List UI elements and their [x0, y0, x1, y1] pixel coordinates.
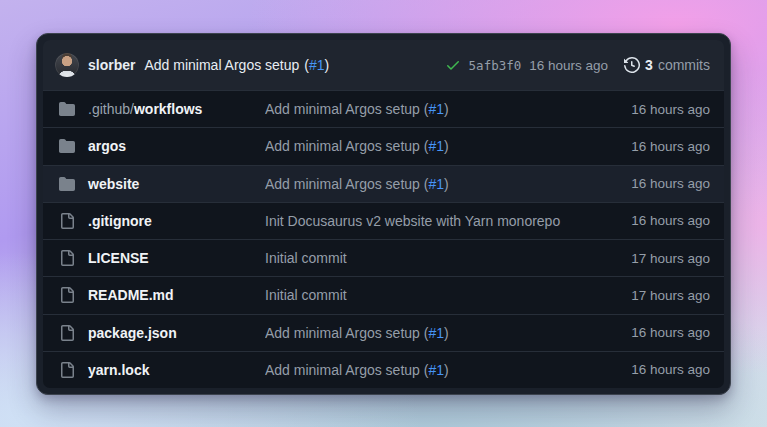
file-name-link[interactable]: README.md — [88, 287, 174, 303]
latest-commit-meta: 5afb3f0 16 hours ago 3 commits — [445, 57, 710, 73]
row-commit-message-link[interactable]: Add minimal Argos setup — [265, 138, 420, 154]
row-commit-time: 16 hours ago — [574, 362, 724, 377]
folder-icon — [59, 138, 75, 154]
row-pr-link[interactable]: #1 — [428, 325, 444, 341]
row-commit-message-link[interactable]: Init Docusaurus v2 website with Yarn mon… — [265, 213, 560, 229]
file-icon — [59, 362, 75, 378]
row-pr-ref: (#1) — [420, 138, 449, 154]
latest-commit-header: slorber Add minimal Argos setup (#1) 5af… — [43, 40, 724, 90]
check-icon[interactable] — [445, 57, 461, 73]
commits-label: commits — [658, 57, 710, 73]
file-name-cell: yarn.lock — [43, 362, 265, 378]
table-row[interactable]: LICENSE Initial commit 17 hours ago — [43, 239, 724, 276]
row-commit-time: 16 hours ago — [574, 102, 724, 117]
table-row[interactable]: argos Add minimal Argos setup (#1) 16 ho… — [43, 127, 724, 164]
file-icon — [59, 213, 75, 229]
table-row[interactable]: package.json Add minimal Argos setup (#1… — [43, 314, 724, 351]
row-commit-message-link[interactable]: Add minimal Argos setup — [265, 101, 420, 117]
row-commit-message-link[interactable]: Initial commit — [265, 287, 347, 303]
avatar[interactable] — [55, 53, 79, 77]
file-icon — [59, 250, 75, 266]
pr-ref: (#1) — [304, 57, 329, 73]
row-commit-message-cell: Initial commit — [265, 250, 574, 266]
pr-link[interactable]: #1 — [309, 57, 325, 73]
commit-time: 16 hours ago — [529, 58, 608, 73]
row-commit-time: 17 hours ago — [574, 288, 724, 303]
row-commit-time: 16 hours ago — [574, 139, 724, 154]
commit-hash-link[interactable]: 5afb3f0 — [469, 58, 522, 73]
commit-author-link[interactable]: slorber — [88, 57, 135, 73]
row-commit-message-link[interactable]: Add minimal Argos setup — [265, 325, 420, 341]
folder-icon — [59, 101, 75, 117]
file-icon — [59, 325, 75, 341]
row-commit-message-cell: Add minimal Argos setup (#1) — [265, 176, 574, 192]
history-clock-icon — [624, 57, 640, 73]
row-commit-time: 17 hours ago — [574, 251, 724, 266]
table-row[interactable]: README.md Initial commit 17 hours ago — [43, 276, 724, 313]
row-pr-ref: (#1) — [420, 325, 449, 341]
row-commit-time: 16 hours ago — [574, 176, 724, 191]
file-name-cell: website — [43, 176, 265, 192]
file-name-link[interactable]: argos — [88, 138, 126, 154]
table-row[interactable]: .gitignore Init Docusaurus v2 website wi… — [43, 202, 724, 239]
row-pr-link[interactable]: #1 — [428, 176, 444, 192]
repo-file-browser-card: slorber Add minimal Argos setup (#1) 5af… — [36, 33, 731, 395]
row-pr-link[interactable]: #1 — [428, 138, 444, 154]
file-name-cell: .gitignore — [43, 213, 265, 229]
file-icon — [59, 287, 75, 303]
row-commit-message-cell: Add minimal Argos setup (#1) — [265, 325, 574, 341]
table-row[interactable]: yarn.lock Add minimal Argos setup (#1) 1… — [43, 351, 724, 388]
row-commit-message-cell: Add minimal Argos setup (#1) — [265, 362, 574, 378]
file-name-link[interactable]: workflows — [134, 101, 202, 117]
row-pr-link[interactable]: #1 — [428, 362, 444, 378]
row-commit-message-cell: Add minimal Argos setup (#1) — [265, 101, 574, 117]
row-commit-message-cell: Initial commit — [265, 287, 574, 303]
row-commit-message-link[interactable]: Add minimal Argos setup — [265, 176, 420, 192]
file-path-prefix: .github/ — [88, 101, 134, 117]
commit-message-link[interactable]: Add minimal Argos setup — [144, 57, 299, 73]
file-name-cell: argos — [43, 138, 265, 154]
file-name-cell: README.md — [43, 287, 265, 303]
row-pr-ref: (#1) — [420, 176, 449, 192]
file-name-cell: .github/workflows — [43, 101, 265, 117]
row-commit-message-link[interactable]: Initial commit — [265, 250, 347, 266]
row-pr-ref: (#1) — [420, 362, 449, 378]
row-commit-time: 16 hours ago — [574, 325, 724, 340]
file-table: slorber Add minimal Argos setup (#1) 5af… — [43, 40, 724, 388]
file-name-link[interactable]: LICENSE — [88, 250, 149, 266]
file-name-link[interactable]: package.json — [88, 325, 177, 341]
row-commit-message-cell: Init Docusaurus v2 website with Yarn mon… — [265, 213, 574, 229]
row-pr-ref: (#1) — [420, 101, 449, 117]
latest-commit-summary: slorber Add minimal Argos setup (#1) — [55, 53, 329, 77]
row-commit-message-link[interactable]: Add minimal Argos setup — [265, 362, 420, 378]
row-commit-message-cell: Add minimal Argos setup (#1) — [265, 138, 574, 154]
row-commit-time: 16 hours ago — [574, 213, 724, 228]
file-name-cell: LICENSE — [43, 250, 265, 266]
file-rows: .github/workflows Add minimal Argos setu… — [43, 90, 724, 388]
commits-count: 3 — [645, 57, 653, 73]
commits-history-link[interactable]: 3 commits — [624, 57, 710, 73]
folder-icon — [59, 176, 75, 192]
table-row[interactable]: website Add minimal Argos setup (#1) 16 … — [43, 165, 724, 202]
file-name-link[interactable]: website — [88, 176, 139, 192]
page-background: slorber Add minimal Argos setup (#1) 5af… — [0, 0, 767, 427]
row-pr-link[interactable]: #1 — [428, 101, 444, 117]
file-name-link[interactable]: yarn.lock — [88, 362, 149, 378]
table-row[interactable]: .github/workflows Add minimal Argos setu… — [43, 90, 724, 127]
file-name-cell: package.json — [43, 325, 265, 341]
file-name-link[interactable]: .gitignore — [88, 213, 152, 229]
